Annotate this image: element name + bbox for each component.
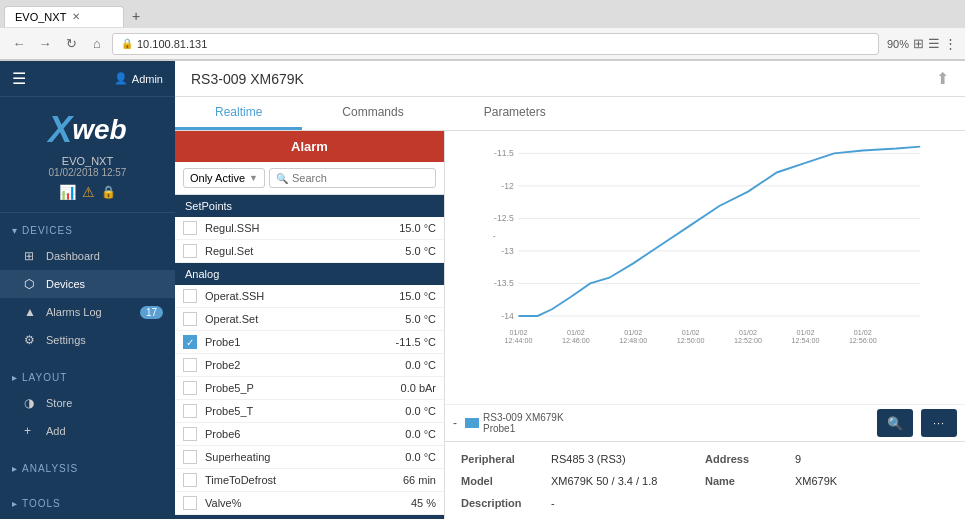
table-row[interactable]: Probe6 0.0 °C <box>175 423 444 446</box>
sidebar-item-store[interactable]: ◑ Store <box>0 389 175 417</box>
legend-text: RS3-009 XM679K Probe1 <box>483 412 564 434</box>
sidebar-item-settings[interactable]: ⚙ Settings <box>0 326 175 354</box>
sidebar-item-devices[interactable]: ⬡ Devices <box>0 270 175 298</box>
layout-section: ▸ LAYOUT ◑ Store + Add <box>0 360 175 451</box>
search-input[interactable] <box>292 172 429 184</box>
lock-icon: 🔒 <box>121 38 133 49</box>
svg-text:-13: -13 <box>501 246 514 256</box>
status-icons: 📊 ⚠ 🔒 <box>59 184 116 200</box>
analysis-section: ▸ ANALYSIS <box>0 451 175 486</box>
info-row-address: Address 9 <box>705 450 949 468</box>
tab-commands[interactable]: Commands <box>302 97 443 130</box>
hamburger-icon[interactable]: ☰ <box>12 69 26 88</box>
table-row[interactable]: Operat.Set 5.0 °C <box>175 308 444 331</box>
forward-btn[interactable]: → <box>34 33 56 55</box>
layout-section-header[interactable]: ▸ LAYOUT <box>0 366 175 389</box>
params-list: SetPoints Regul.SSH 15.0 °C Regul.Set 5.… <box>175 195 444 519</box>
table-row[interactable]: ✓ Probe1 -11.5 °C <box>175 331 444 354</box>
param-name-probe5t: Probe5_T <box>205 405 381 417</box>
peripheral-label: Peripheral <box>461 453 551 465</box>
name-value: XM679K <box>795 475 837 487</box>
chart-search-btn[interactable]: 🔍 <box>877 409 913 437</box>
nav-icon-2[interactable]: ☰ <box>928 36 940 51</box>
param-checkbox-probe5p[interactable] <box>183 381 197 395</box>
alarm-icon: ▲ <box>24 305 38 319</box>
only-active-select[interactable]: Only Active ▼ <box>183 168 265 188</box>
param-name-probe5p: Probe5_P <box>205 382 381 394</box>
svg-text:-12.5: -12.5 <box>494 213 514 223</box>
sidebar-item-add[interactable]: + Add <box>0 417 175 445</box>
page-scroll-icon[interactable]: ⬆ <box>936 69 949 88</box>
group-analog-label: Analog <box>185 268 219 280</box>
param-checkbox-probe5t[interactable] <box>183 404 197 418</box>
svg-text:12:56:00: 12:56:00 <box>849 337 877 345</box>
chart-more-btn[interactable]: ··· <box>921 409 957 437</box>
reload-btn[interactable]: ↻ <box>60 33 82 55</box>
browser-nav-icons: ⊞ ☰ ⋮ <box>913 36 957 51</box>
browser-chrome: EVO_NXT ✕ + ← → ↻ ⌂ 🔒 10.100.81.131 90% … <box>0 0 965 61</box>
sidebar-item-alarms-log[interactable]: ▲ Alarms Log 17 <box>0 298 175 326</box>
table-row[interactable]: Valve% 45 % <box>175 492 444 515</box>
user-icon: 👤 <box>114 72 128 85</box>
home-btn[interactable]: ⌂ <box>86 33 108 55</box>
param-checkbox-timetodefrost[interactable] <box>183 473 197 487</box>
param-value-timetodefrost: 66 min <box>381 474 436 486</box>
nav-icon-1[interactable]: ⊞ <box>913 36 924 51</box>
table-row[interactable]: Probe5_P 0.0 bAr <box>175 377 444 400</box>
tools-section-header[interactable]: ▸ TOOLS <box>0 492 175 515</box>
tab-parameters[interactable]: Parameters <box>444 97 586 130</box>
info-row-model: Model XM679K 50 / 3.4 / 1.8 <box>461 472 705 490</box>
param-name-regul-set: Regul.Set <box>205 245 381 257</box>
table-row[interactable]: Superheating 0.0 °C <box>175 446 444 469</box>
tab-realtime[interactable]: Realtime <box>175 97 302 130</box>
svg-text:-: - <box>493 231 496 241</box>
table-row[interactable]: Regul.SSH 15.0 °C <box>175 217 444 240</box>
table-row[interactable]: TimeToDefrost 66 min <box>175 469 444 492</box>
param-checkbox-regul-ssh[interactable] <box>183 221 197 235</box>
sidebar-item-label: Devices <box>46 278 85 290</box>
param-checkbox-probe1[interactable]: ✓ <box>183 335 197 349</box>
device-date: 01/02/2018 12:57 <box>49 167 127 178</box>
table-row[interactable]: Operat.SSH 15.0 °C <box>175 285 444 308</box>
info-row-name: Name XM679K <box>705 472 949 490</box>
tab-bar: EVO_NXT ✕ + <box>0 0 965 28</box>
devices-section: ▾ DEVICES ⊞ Dashboard ⬡ Devices ▲ Alarms… <box>0 213 175 360</box>
sidebar-item-label: Add <box>46 425 66 437</box>
param-name-valve: Valve% <box>205 497 381 509</box>
param-value-probe6: 0.0 °C <box>381 428 436 440</box>
param-checkbox-regul-set[interactable] <box>183 244 197 258</box>
svg-text:-11.5: -11.5 <box>494 148 514 158</box>
param-checkbox-operat-set[interactable] <box>183 312 197 326</box>
url-bar[interactable]: 🔒 10.100.81.131 <box>112 33 879 55</box>
back-btn[interactable]: ← <box>8 33 30 55</box>
param-name-superheating: Superheating <box>205 451 381 463</box>
analysis-section-label: ANALYSIS <box>22 463 78 474</box>
main-content: RS3-009 XM679K ⬆ Realtime Commands Param… <box>175 61 965 519</box>
description-label: Description <box>461 497 551 509</box>
search-box[interactable]: 🔍 <box>269 168 436 188</box>
tab-close-btn[interactable]: ✕ <box>72 11 80 22</box>
new-tab-btn[interactable]: + <box>124 6 148 26</box>
only-active-label: Only Active <box>190 172 245 184</box>
nav-icon-3[interactable]: ⋮ <box>944 36 957 51</box>
param-checkbox-probe6[interactable] <box>183 427 197 441</box>
sidebar-item-dashboard[interactable]: ⊞ Dashboard <box>0 242 175 270</box>
nav-bar: ← → ↻ ⌂ 🔒 10.100.81.131 90% ⊞ ☰ ⋮ <box>0 28 965 60</box>
param-checkbox-operat-ssh[interactable] <box>183 289 197 303</box>
analysis-section-header[interactable]: ▸ ANALYSIS <box>0 457 175 480</box>
chart-area: -11.5 -12 -12.5 -13 -13.5 -14 - <box>445 131 965 404</box>
param-value-superheating: 0.0 °C <box>381 451 436 463</box>
browser-tab[interactable]: EVO_NXT ✕ <box>4 6 124 27</box>
alarms-badge: 17 <box>140 306 163 319</box>
param-checkbox-probe2[interactable] <box>183 358 197 372</box>
param-checkbox-superheating[interactable] <box>183 450 197 464</box>
table-row[interactable]: Probe2 0.0 °C <box>175 354 444 377</box>
param-value-regul-ssh: 15.0 °C <box>381 222 436 234</box>
table-row[interactable]: Probe5_T 0.0 °C <box>175 400 444 423</box>
param-checkbox-valve[interactable] <box>183 496 197 510</box>
devices-section-header[interactable]: ▾ DEVICES <box>0 219 175 242</box>
tabs-bar: Realtime Commands Parameters <box>175 97 965 131</box>
chevron-right-icon: ▸ <box>12 463 18 474</box>
table-row[interactable]: Regul.Set 5.0 °C <box>175 240 444 263</box>
logo-x: X <box>48 109 72 151</box>
